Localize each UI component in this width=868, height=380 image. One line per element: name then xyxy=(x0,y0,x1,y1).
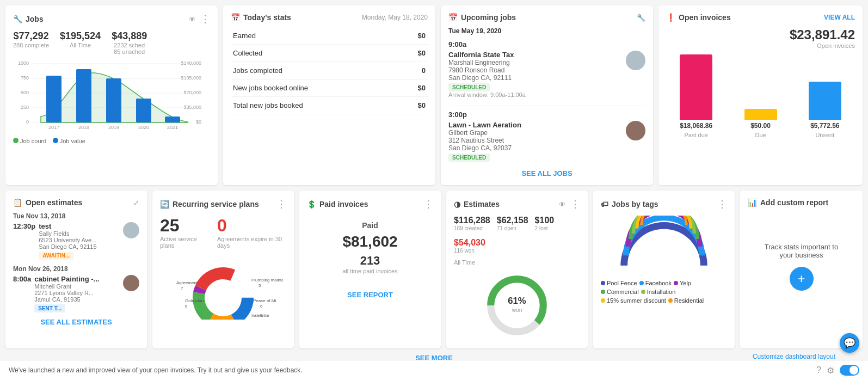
stats-value-jobs-completed: 0 xyxy=(402,62,428,79)
upcoming-jobs-title: 📅 Upcoming jobs xyxy=(448,13,516,22)
stats-label-total-new-jobs: Total new jobs booked xyxy=(231,97,402,114)
svg-text:2019: 2019 xyxy=(108,125,119,130)
svg-text:$0: $0 xyxy=(196,119,201,125)
stats-value-total-new-jobs: $0 xyxy=(402,97,428,114)
todays-stats-table: Earned $0 Collected $0 Jobs completed 0 … xyxy=(231,27,428,114)
recurring-expiring: 0 Agreements expire in 30 days xyxy=(217,216,286,249)
upcoming-job-2: 3:00p Lawn - Lawn Aeration Gilbert Grape… xyxy=(448,111,645,162)
jobs-actions: 👁 ⋮ xyxy=(189,13,210,25)
see-report-link[interactable]: SEE REPORT xyxy=(307,291,433,299)
commercial-dot xyxy=(601,290,605,294)
invoice-bars: $18,068.86 Past due $50.00 Due $5,772.56… xyxy=(666,54,855,138)
recurring-title: 🔄 Recurring service plans xyxy=(160,200,259,209)
yelp-dot xyxy=(674,281,678,285)
todays-stats-header: 📅 Today's stats Monday, May 18, 2020 xyxy=(231,13,428,22)
jobs-card-header: 🔧 Jobs 👁 ⋮ xyxy=(13,13,210,25)
jobs-stat-scheduled: $43,889 2232 sched 85 unsched xyxy=(112,30,147,55)
paid-invoices-header: 💲 Paid invoices ⋮ xyxy=(307,198,433,210)
estimates-donut-svg: 61% won xyxy=(482,270,552,341)
svg-text:1: 1 xyxy=(258,319,261,320)
toggle-switch[interactable] xyxy=(840,365,859,376)
estimates-title: ◑ Estimates xyxy=(454,200,500,209)
pool-fence-dot xyxy=(601,281,605,285)
svg-text:2017: 2017 xyxy=(48,125,59,130)
tags-legend: Pool Fence Facebook Yelp Commercial xyxy=(601,280,727,304)
job2-badge: SCHEDULED xyxy=(448,154,490,162)
invoice-bar-due: $50.00 Due xyxy=(744,109,777,138)
jobs-stat-alltime: $195,524 All Time xyxy=(60,30,101,55)
svg-text:Plumbing maintenar: Plumbing maintenar xyxy=(251,278,283,283)
calendar-icon: 📅 xyxy=(231,13,240,22)
estimates-pie-icon: ◑ xyxy=(454,200,460,209)
estimates-period: All Time xyxy=(454,259,580,266)
recurring-donut-chart: Gold plan 6 Plumbing maintenar 5 Peace o… xyxy=(160,254,286,320)
invoice-bar-pastdue: $18,068.86 Past due xyxy=(680,54,712,138)
open-estimates-title: 📋 Open estimates xyxy=(13,198,82,207)
estimates-dots-icon[interactable]: ⋮ xyxy=(570,198,580,210)
legend-yelp: Yelp xyxy=(674,280,691,286)
legend-residential: Residential xyxy=(668,297,704,304)
dollar-icon: 💲 xyxy=(307,200,316,209)
stats-value-new-jobs-online: $0 xyxy=(402,79,428,97)
invoice-total-section: $23,891.42 Open invoices xyxy=(666,27,855,49)
estimates-eye-icon[interactable]: 👁 xyxy=(559,200,566,209)
estimates-icon: 📋 xyxy=(13,198,22,207)
dots-menu-icon[interactable]: ⋮ xyxy=(200,13,210,25)
see-all-estimates-link[interactable]: SEE ALL ESTIMATES xyxy=(13,318,139,326)
help-icons: ? ⚙ xyxy=(816,365,859,376)
view-all-link[interactable]: VIEW ALL xyxy=(824,14,855,21)
question-icon[interactable]: ? xyxy=(816,365,821,375)
jobs-chart: 1000 750 500 250 0 $140,000 $105,000 $70… xyxy=(13,59,210,136)
jobs-chart-svg: 1000 750 500 250 0 $140,000 $105,000 $70… xyxy=(13,59,210,130)
upcoming-jobs-card: 📅 Upcoming jobs 🔧 Tue May 19, 2020 9:00a… xyxy=(441,5,653,185)
paid-invoices-card: 💲 Paid invoices ⋮ Paid $81,602 213 all t… xyxy=(299,191,441,348)
recurring-nums: 25 Active service plans 0 Agreements exp… xyxy=(160,216,286,249)
stats-label-collected: Collected xyxy=(231,45,402,62)
stats-row-total-new-jobs: Total new jobs booked $0 xyxy=(231,97,428,114)
bar-pastdue xyxy=(680,54,712,120)
tags-dots-icon[interactable]: ⋮ xyxy=(717,198,727,210)
estimate-entry-2: Mon Nov 26, 2018 8:00a cabinet Painting … xyxy=(13,265,139,312)
see-all-jobs-link[interactable]: SEE ALL JOBS xyxy=(448,169,645,177)
svg-text:500: 500 xyxy=(21,90,29,95)
paid-dots-icon[interactable]: ⋮ xyxy=(423,198,433,210)
jobs-card: 🔧 Jobs 👁 ⋮ $77,292 288 complete $195,524… xyxy=(5,5,218,185)
estimates-header: ◑ Estimates 👁 ⋮ xyxy=(454,198,580,210)
estimate-2-avatar xyxy=(123,275,139,291)
job2-row: Lawn - Lawn Aeration Gilbert Grape 312 N… xyxy=(448,121,645,162)
eye-icon[interactable]: 👁 xyxy=(189,15,196,23)
svg-text:0: 0 xyxy=(26,119,29,125)
est-open: $62,158 71 open xyxy=(497,216,528,231)
job1-badge: SCHEDULED xyxy=(448,83,490,91)
tag-icon: 🏷 xyxy=(601,200,608,209)
svg-text:2021: 2021 xyxy=(167,125,178,130)
invoice-icon: ❗ xyxy=(666,13,675,22)
stats-row-collected: Collected $0 xyxy=(231,45,428,62)
recurring-dots-icon[interactable]: ⋮ xyxy=(276,198,286,210)
chat-bubble-button[interactable]: 💬 xyxy=(840,333,859,353)
bottom-notice: We've launched a new and improved view o… xyxy=(9,366,303,374)
customize-dashboard-link[interactable]: Customize dashboard layout xyxy=(753,353,835,360)
estimates-resize-icon[interactable]: ⤢ xyxy=(133,199,139,207)
add-custom-report-card: 📊 Add custom report Track stats importan… xyxy=(740,191,863,348)
recurring-svg: Gold plan 6 Plumbing maintenar 5 Peace o… xyxy=(163,254,283,320)
estimate-2-badge: SENT T... xyxy=(34,304,65,312)
open-estimates-card: 📋 Open estimates ⤢ Tue Nov 13, 2018 12:3… xyxy=(5,191,147,348)
svg-text:Indefinite: Indefinite xyxy=(251,313,269,318)
svg-text:$105,000: $105,000 xyxy=(181,75,201,81)
add-report-button[interactable]: + xyxy=(790,267,814,291)
open-estimates-header: 📋 Open estimates ⤢ xyxy=(13,198,139,207)
svg-text:$35,000: $35,000 xyxy=(183,105,201,110)
estimates-donut: 61% won xyxy=(454,270,580,341)
todays-stats-title: 📅 Today's stats xyxy=(231,13,291,22)
upcoming-job-1: 9:00a California State Tax Marshall Engi… xyxy=(448,40,645,98)
open-invoices-header: ❗ Open invoices VIEW ALL xyxy=(666,13,855,22)
stats-row-jobs-completed: Jobs completed 0 xyxy=(231,62,428,79)
svg-text:won: won xyxy=(512,307,522,313)
stats-label-new-jobs-online: New jobs booked online xyxy=(231,79,402,97)
settings-icon[interactable]: ⚙ xyxy=(827,365,834,376)
residential-dot xyxy=(668,298,673,303)
jobs-title: 🔧 Jobs xyxy=(13,15,44,23)
estimate-1-info: test Sally Fields 6523 University Ave...… xyxy=(39,222,120,260)
bar-due xyxy=(744,109,777,120)
